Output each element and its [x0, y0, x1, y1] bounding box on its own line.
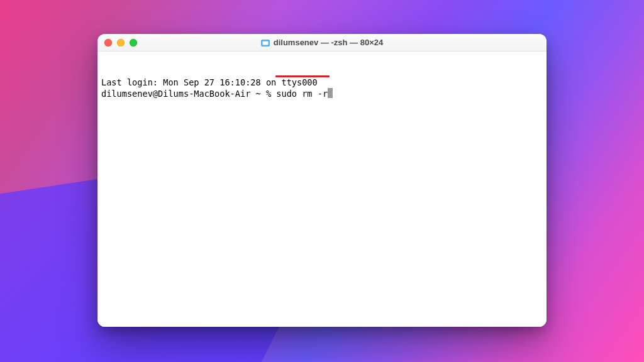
svg-rect-0 [261, 40, 269, 46]
prompt-line: dilumsenev@Dilums-MacBook-Air ~ % sudo r… [101, 89, 333, 99]
minimize-icon[interactable] [117, 39, 125, 47]
maximize-icon[interactable] [130, 39, 137, 47]
cursor-icon [328, 88, 333, 98]
window-traffic-lights [97, 39, 137, 47]
last-login-line: Last login: Mon Sep 27 16:10:28 on ttys0… [101, 77, 543, 88]
close-icon[interactable] [104, 39, 112, 47]
svg-rect-1 [262, 41, 268, 45]
window-title-text: dilumsenev — -zsh — 80×24 [274, 38, 383, 47]
annotation-underline [275, 75, 330, 77]
typed-command: sudo rm -r [276, 89, 328, 99]
terminal-window: dilumsenev — -zsh — 80×24 Last login: Mo… [97, 34, 547, 327]
window-titlebar[interactable]: dilumsenev — -zsh — 80×24 [97, 34, 547, 52]
shell-prompt: dilumsenev@Dilums-MacBook-Air ~ % [101, 89, 276, 99]
window-title: dilumsenev — -zsh — 80×24 [97, 38, 547, 47]
home-folder-icon [261, 39, 270, 47]
terminal-viewport[interactable]: Last login: Mon Sep 27 16:10:28 on ttys0… [97, 52, 547, 327]
